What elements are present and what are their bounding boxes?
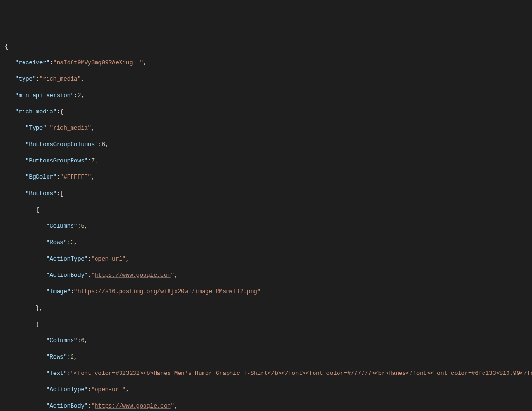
line: "Columns":6, — [5, 223, 532, 231]
action-body-url[interactable]: https://www.google.com — [95, 403, 170, 410]
line: { — [5, 321, 532, 329]
line: "ActionBody":"https://www.google.com", — [5, 402, 532, 411]
line: "rich_media":{ — [5, 108, 532, 116]
line: "BgColor":"#FFFFFF", — [5, 174, 532, 182]
line: "ActionType":"open-url", — [5, 386, 532, 394]
line: "ActionBody":"https://www.google.com", — [5, 272, 532, 280]
line: "Rows":2, — [5, 353, 532, 361]
line: "Columns":6, — [5, 337, 532, 345]
line: { — [5, 43, 532, 51]
action-body-url[interactable]: https://www.google.com — [95, 272, 170, 279]
line: "Image":"https://s16.postimg.org/wi8jx20… — [5, 288, 532, 296]
line: "min_api_version":2, — [5, 92, 532, 100]
line: "type":"rich_media", — [5, 75, 532, 84]
line: "ButtonsGroupRows":7, — [5, 157, 532, 165]
code-block: { "receiver":"nsId6t9MWy3mq09RAeXiug==",… — [0, 33, 532, 411]
line: "Rows":3, — [5, 239, 532, 247]
line: "Text":"<font color=#323232><b>Hanes Men… — [5, 370, 532, 378]
line: "ActionType":"open-url", — [5, 255, 532, 263]
line: }, — [5, 304, 532, 312]
line: "receiver":"nsId6t9MWy3mq09RAeXiug==", — [5, 59, 532, 67]
line: "Buttons":[ — [5, 190, 532, 198]
line: "Type":"rich_media", — [5, 125, 532, 133]
line: "ButtonsGroupColumns":6, — [5, 141, 532, 149]
image-url[interactable]: https://s16.postimg.org/wi8jx20wl/image_… — [77, 288, 257, 295]
line: { — [5, 206, 532, 214]
